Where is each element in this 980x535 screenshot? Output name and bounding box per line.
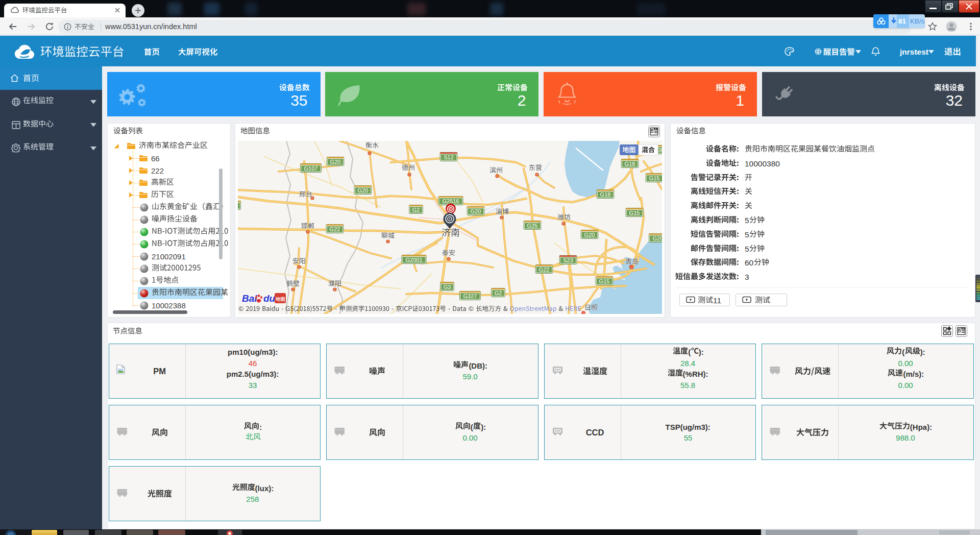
svg-text:du: du (263, 293, 276, 304)
svg-text:G327: G327 (463, 293, 477, 299)
svg-text:S12: S12 (444, 154, 454, 160)
svg-text:G2001: G2001 (405, 257, 422, 263)
svg-text:G15: G15 (629, 210, 640, 216)
svg-text:G15: G15 (649, 175, 660, 181)
svg-text:G2516: G2516 (442, 198, 459, 204)
svg-text:G20: G20 (584, 232, 595, 238)
svg-text:G3: G3 (444, 284, 451, 290)
svg-text:G204: G204 (653, 235, 662, 241)
svg-text:G20: G20 (358, 187, 369, 193)
svg-text:G107: G107 (304, 165, 318, 172)
svg-text:Bai: Bai (242, 293, 257, 304)
svg-text:G25: G25 (527, 223, 538, 229)
svg-text:G20: G20 (330, 159, 341, 165)
svg-text:G15: G15 (599, 278, 610, 284)
svg-text:G18: G18 (625, 161, 635, 167)
svg-text:G20: G20 (471, 208, 481, 214)
svg-text:G22: G22 (330, 226, 340, 232)
svg-text:S23: S23 (563, 257, 573, 263)
svg-text:G2: G2 (495, 290, 502, 296)
svg-text:G18: G18 (600, 191, 611, 198)
svg-text:G22: G22 (539, 266, 550, 273)
svg-text:G2: G2 (412, 207, 420, 213)
